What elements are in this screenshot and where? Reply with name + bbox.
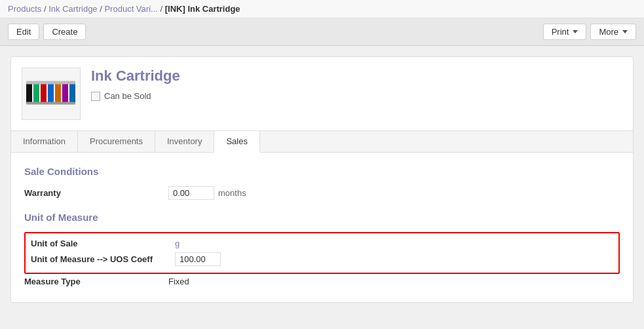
print-button[interactable]: Print [543,24,587,40]
product-info: Ink Cartridge Can be Sold [91,68,622,101]
unit-of-sale-label: Unit of Sale [31,239,175,248]
sale-conditions-title: Sale Conditions [24,166,620,177]
tab-inventory[interactable]: Inventory [155,131,214,152]
highlighted-fields: Unit of Sale g Unit of Measure --> UOS C… [24,232,620,274]
tabs-bar: Information Procurements Inventory Sales [11,130,633,153]
svg-rect-4 [55,83,61,104]
print-caret-icon [573,30,578,33]
svg-rect-0 [26,83,32,104]
product-header: Ink Cartridge Can be Sold [11,57,633,130]
toolbar-left: Edit Create [8,24,86,40]
toolbar: Edit Create Print More [0,18,644,46]
svg-rect-5 [62,83,68,104]
create-button[interactable]: Create [43,24,86,40]
sales-tab-content: Sale Conditions Warranty 0.00 months Uni… [11,153,633,302]
uos-coeff-label: Unit of Measure --> UOS Coeff [31,254,175,264]
svg-rect-8 [26,102,75,105]
breadcrumb-current: [INK] Ink Cartridge [165,4,240,14]
unit-of-measure-section: Unit of Measure Unit of Sale g Unit of M… [24,212,620,286]
can-be-sold-label: Can be Sold [104,91,151,101]
more-button[interactable]: More [590,24,636,40]
product-card: Ink Cartridge Can be Sold Information Pr… [10,56,634,303]
unit-of-sale-row: Unit of Sale g [26,237,618,250]
svg-rect-3 [48,83,54,104]
measure-type-value: Fixed [168,277,189,286]
svg-rect-7 [26,81,75,85]
product-image [22,68,81,120]
breadcrumb-ink-cartridge[interactable]: Ink Cartridge [48,4,97,14]
warranty-unit: months [218,188,246,198]
warranty-label: Warranty [24,188,168,198]
measure-type-label: Measure Type [24,277,168,286]
warranty-row: Warranty 0.00 months [24,186,620,200]
uos-coeff-row: Unit of Measure --> UOS Coeff 100.00 [26,251,618,267]
toolbar-right: Print More [543,24,636,40]
tab-procurements[interactable]: Procurements [78,131,155,152]
tab-sales[interactable]: Sales [214,131,260,153]
measure-type-row: Measure Type Fixed [24,277,620,286]
breadcrumb-product-variant[interactable]: Product Vari... [104,4,157,14]
uos-coeff-value[interactable]: 100.00 [175,252,221,266]
breadcrumb: Products / Ink Cartridge / Product Vari.… [0,0,644,18]
more-caret-icon [622,30,628,33]
svg-rect-6 [69,83,75,104]
svg-rect-1 [33,83,39,104]
product-name: Ink Cartridge [91,68,622,85]
svg-rect-2 [41,83,47,104]
tab-information[interactable]: Information [11,131,78,152]
product-image-svg [25,74,77,113]
unit-of-measure-title: Unit of Measure [24,212,620,223]
unit-of-sale-value[interactable]: g [175,239,180,248]
main-content: Ink Cartridge Can be Sold Information Pr… [0,46,644,313]
can-be-sold-row: Can be Sold [91,91,622,101]
warranty-value[interactable]: 0.00 [168,186,214,200]
can-be-sold-checkbox[interactable] [91,92,100,101]
edit-button[interactable]: Edit [8,24,39,40]
breadcrumb-products[interactable]: Products [8,4,41,14]
